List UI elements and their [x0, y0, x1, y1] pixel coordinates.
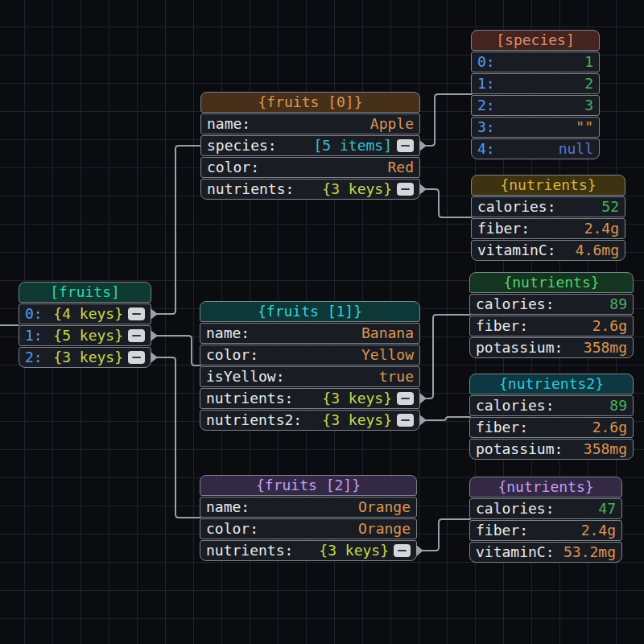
row-key: color: [206, 519, 258, 539]
row-key: 2: [477, 96, 495, 115]
node-header: {nutrients} [469, 272, 634, 293]
row-fiber[interactable]: fiber:2.6g [469, 316, 634, 336]
edge-source-stub [419, 140, 427, 151]
row-nutrients[interactable]: nutrients:{3 keys} [200, 179, 420, 200]
row-1[interactable]: 1:{5 keys} [19, 325, 151, 346]
node-title: {nutrients} [503, 273, 599, 292]
row-key: 2: [25, 348, 43, 367]
node-header: {fruits [0]} [200, 92, 420, 113]
row-potassium[interactable]: potassium:358mg [469, 337, 634, 358]
collapse-button[interactable] [397, 139, 414, 152]
row-nutrients[interactable]: nutrients:{3 keys} [200, 388, 420, 409]
collapse-button[interactable] [394, 544, 411, 557]
node-title: {nutrients2} [499, 374, 604, 394]
node-fruits[interactable]: [fruits]0:{4 keys}1:{5 keys}2:{3 keys} [19, 282, 151, 368]
row-2[interactable]: 2:{3 keys} [19, 347, 151, 368]
row-key: color: [206, 345, 258, 365]
row-3[interactable]: 3:"" [471, 117, 600, 138]
row-key: 3: [477, 118, 495, 137]
row-key: nutrients: [206, 541, 293, 560]
row-1[interactable]: 1:2 [471, 73, 600, 94]
row-key: isYellow: [206, 367, 285, 386]
node-nutrients-orange[interactable]: {nutrients}calories:47fiber:2.4gvitaminC… [469, 477, 622, 563]
row-color[interactable]: color:Yellow [200, 345, 420, 365]
row-key: calories: [476, 396, 555, 415]
row-potassium[interactable]: potassium:358mg [469, 439, 634, 460]
row-value: true [371, 367, 414, 386]
node-fruits-2[interactable]: {fruits [2]}name:Orangecolor:Orangenutri… [200, 475, 417, 561]
node-nutrients-banana[interactable]: {nutrients}calories:89fiber:2.6gpotassiu… [469, 272, 634, 358]
collapse-button[interactable] [128, 308, 145, 320]
row-key: nutrients: [206, 389, 293, 408]
row-value: 2.6g [584, 316, 627, 336]
row-key: nutrients: [207, 180, 294, 199]
collapse-button[interactable] [397, 392, 414, 405]
row-calories[interactable]: calories:89 [469, 294, 634, 315]
row-calories[interactable]: calories:52 [471, 196, 625, 217]
node-title: {fruits [0]} [258, 93, 362, 112]
edge-source-stub [151, 308, 158, 320]
row-key: fiber: [476, 521, 528, 540]
row-color[interactable]: color:Orange [200, 518, 417, 539]
collapse-button[interactable] [397, 414, 414, 427]
row-vitaminC[interactable]: vitaminC:4.6mg [471, 240, 625, 261]
row-value: [5 items] [305, 136, 392, 155]
row-0[interactable]: 0:1 [471, 52, 600, 72]
row-vitaminC[interactable]: vitaminC:53.2mg [469, 542, 622, 563]
node-title: {nutrients} [500, 175, 596, 195]
edge-source-stub [419, 415, 427, 426]
row-calories[interactable]: calories:89 [469, 395, 634, 416]
row-4[interactable]: 4:null [471, 138, 600, 159]
minus-icon [401, 145, 410, 147]
node-header: {nutrients2} [469, 374, 634, 394]
row-fiber[interactable]: fiber:2.4g [469, 520, 622, 541]
row-value: Red [379, 158, 414, 177]
node-fruits-1[interactable]: {fruits [1]}name:Bananacolor:YellowisYel… [200, 301, 420, 431]
row-value: Orange [350, 519, 411, 539]
row-name[interactable]: name:Banana [200, 323, 420, 344]
row-name[interactable]: name:Apple [200, 114, 420, 134]
node-nutrients-apple[interactable]: {nutrients}calories:52fiber:2.4gvitaminC… [471, 175, 625, 261]
row-key: name: [206, 497, 250, 517]
row-nutrients[interactable]: nutrients:{3 keys} [200, 540, 417, 561]
row-key: calories: [476, 499, 555, 518]
row-key: potassium: [476, 440, 563, 459]
row-value: 2 [576, 74, 593, 93]
row-name[interactable]: name:Orange [200, 497, 417, 518]
row-value: 4.6mg [568, 241, 619, 260]
row-key: color: [207, 158, 259, 177]
row-key: 1: [25, 326, 43, 345]
collapse-button[interactable] [128, 351, 145, 364]
collapse-button[interactable] [128, 329, 145, 342]
minus-icon [132, 313, 141, 315]
node-nutrients2-banana[interactable]: {nutrients2}calories:89fiber:2.6gpotassi… [469, 374, 634, 460]
minus-icon [132, 357, 141, 358]
collapse-button[interactable] [397, 183, 414, 196]
row-fiber[interactable]: fiber:2.4g [471, 218, 625, 239]
node-header: [species] [471, 30, 600, 51]
row-calories[interactable]: calories:47 [469, 498, 622, 519]
row-2[interactable]: 2:3 [471, 95, 600, 116]
row-value: Apple [362, 114, 414, 134]
row-color[interactable]: color:Red [200, 157, 420, 178]
row-value: 2.4g [573, 521, 616, 540]
row-0[interactable]: 0:{4 keys} [19, 303, 151, 324]
row-value: {3 keys} [314, 389, 392, 408]
row-key: 1: [477, 74, 495, 93]
row-value: "" [568, 118, 593, 137]
edge-nutrients-to-banana-nutr [425, 315, 470, 398]
edge-fruits-1-to-fruits1 [156, 336, 200, 365]
graph-canvas[interactable]: [fruits]0:{4 keys}1:{5 keys}2:{3 keys}{f… [0, 0, 644, 644]
row-isYellow[interactable]: isYellow:true [200, 366, 420, 387]
row-value: 358mg [576, 338, 627, 357]
row-fiber[interactable]: fiber:2.6g [469, 417, 634, 438]
row-key: name: [206, 324, 250, 343]
node-header: {nutrients} [471, 175, 625, 196]
row-species[interactable]: species:[5 items] [200, 135, 420, 156]
edge-nutrients2-to-banana-nutr2 [425, 417, 470, 420]
edge-source-stub [416, 545, 423, 556]
row-value: 89 [601, 295, 627, 314]
node-species[interactable]: [species]0:11:22:33:""4:null [471, 30, 600, 159]
row-nutrients2[interactable]: nutrients2:{3 keys} [200, 410, 420, 431]
node-fruits-0[interactable]: {fruits [0]}name:Applespecies:[5 items]c… [200, 92, 420, 200]
